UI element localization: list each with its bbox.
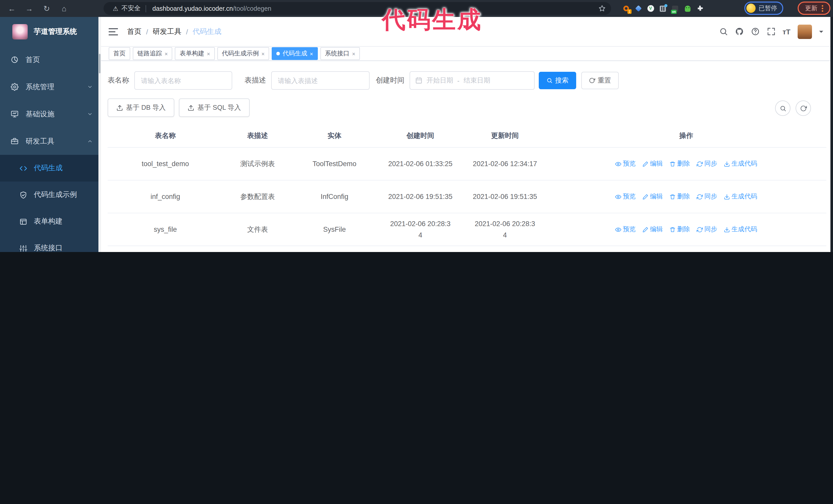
cell-table-desc: 文件表 [223, 213, 292, 246]
app-logo-row[interactable]: 芋道管理系统 [0, 17, 101, 46]
sidebar-item-dev-tools[interactable]: 研发工具 [0, 128, 101, 155]
extension-alien-icon[interactable] [684, 5, 691, 12]
sidebar-item-system-api[interactable]: 系统接口 [0, 235, 101, 252]
home-icon[interactable]: ⌂ [58, 3, 70, 14]
tag-form-builder[interactable]: 表单构建× [175, 47, 215, 60]
cell-table-desc: 测试示例表 [223, 147, 292, 180]
close-icon[interactable]: × [207, 50, 210, 57]
extension-orange-icon[interactable]: 1 [622, 5, 629, 12]
table-row: inf_config参数配置表InfConfig2021-02-06 19:51… [108, 180, 826, 213]
sync-link[interactable]: 同步 [697, 225, 717, 234]
sidebar-item-home[interactable]: 首页 [0, 46, 101, 73]
sidebar-scrollbar[interactable] [98, 17, 101, 252]
edit-link[interactable]: 编辑 [642, 160, 663, 168]
sidebar-item-form-builder[interactable]: 表单构建 [0, 208, 101, 235]
extension-diamond-icon[interactable] [635, 5, 642, 12]
table-toolbar: 基于 DB 导入 基于 SQL 导入 [108, 98, 825, 117]
refresh-table-button[interactable] [795, 100, 811, 116]
hamburger-menu-icon[interactable] [109, 28, 118, 35]
scrollbar-thumb[interactable] [99, 54, 100, 73]
generate-code-link[interactable]: 生成代码 [724, 192, 757, 201]
reset-button[interactable]: 重置 [581, 72, 619, 89]
code-icon [20, 164, 27, 172]
preview-link[interactable]: 预览 [615, 192, 636, 201]
generate-code-link[interactable]: 生成代码 [724, 160, 757, 168]
codegen-table: 表名称 表描述 实体 创建时间 更新时间 操作 tool_test_demo测试… [108, 124, 826, 252]
close-icon[interactable]: × [261, 50, 265, 57]
search-button[interactable]: 搜索 [539, 72, 576, 89]
main-area: 首页 / 研发工具 / 代码生成 тT 首页 链路追踪× 表单构建× 代码生成示… [101, 17, 830, 252]
edit-link[interactable]: 编辑 [642, 192, 663, 201]
tag-codegen-example[interactable]: 代码生成示例× [217, 47, 269, 60]
sync-link[interactable]: 同步 [697, 192, 717, 201]
show-search-toggle-button[interactable] [775, 100, 790, 116]
preview-link[interactable]: 预览 [615, 160, 636, 168]
sidebar-item-system-management[interactable]: 系统管理 [0, 73, 101, 100]
preview-link[interactable]: 预览 [615, 225, 636, 234]
delete-link[interactable]: 删除 [669, 225, 690, 234]
extension-check-icon[interactable]: V [647, 5, 654, 12]
shield-check-icon [20, 191, 27, 199]
close-icon[interactable]: × [310, 50, 313, 57]
tag-codegen-active[interactable]: 代码生成× [272, 47, 318, 60]
breadcrumb-dev-tools[interactable]: 研发工具 [153, 27, 182, 36]
caret-down-icon[interactable] [819, 30, 823, 34]
sidebar-item-label: 研发工具 [26, 137, 54, 146]
refresh-icon [800, 105, 807, 112]
extension-columns-icon[interactable] [659, 5, 666, 12]
date-range-picker[interactable]: 开始日期 - 结束日期 [410, 71, 535, 90]
browser-update-menu-button[interactable]: 更新 [798, 2, 830, 15]
toolbox-icon [11, 137, 19, 145]
breadcrumb-current: 代码生成 [193, 27, 221, 36]
profile-status-label: 已暂停 [759, 4, 777, 13]
github-icon[interactable] [735, 27, 743, 36]
search-icon[interactable] [719, 27, 728, 36]
help-icon[interactable] [751, 27, 759, 36]
generate-code-link[interactable]: 生成代码 [724, 225, 757, 234]
sidebar-item-code-generation-example[interactable]: 代码生成示例 [0, 182, 101, 208]
monitor-icon [11, 110, 19, 118]
pencil-icon [642, 161, 648, 167]
import-sql-button[interactable]: 基于 SQL 导入 [179, 98, 250, 117]
table-desc-label: 表描述 [244, 76, 266, 85]
extensions-puzzle-icon[interactable] [696, 5, 703, 12]
tag-home[interactable]: 首页 [109, 47, 130, 60]
range-separator: - [457, 77, 459, 85]
cell-updated: 2021-02-06 20:28:3 4 [464, 213, 546, 246]
tag-system-api[interactable]: 系统接口× [320, 47, 360, 60]
table-row: inf_job定时任务表InfJob2021-02-07 06:39:3 420… [108, 246, 826, 252]
delete-link[interactable]: 删除 [669, 160, 690, 168]
font-size-icon[interactable]: тT [783, 27, 790, 35]
close-icon[interactable]: × [352, 50, 356, 57]
bookmark-star-icon[interactable] [598, 5, 606, 12]
reload-icon[interactable]: ↻ [41, 3, 52, 14]
table-row: tool_test_demo测试示例表ToolTestDemo2021-02-0… [108, 147, 826, 180]
back-icon[interactable]: ← [6, 3, 18, 14]
address-bar[interactable]: ⚠ 不安全 dashboard.yudao.iocoder.cn /tool/c… [103, 2, 611, 15]
sidebar-item-code-generation[interactable]: 代码生成 [0, 155, 101, 182]
window-scrollbar[interactable] [830, 17, 833, 252]
upload-icon [188, 104, 194, 111]
browser-profile-button[interactable]: 已暂停 [744, 2, 783, 15]
user-avatar[interactable] [798, 24, 812, 39]
refresh-icon [589, 77, 595, 83]
table-desc-input[interactable] [271, 71, 370, 90]
active-dot [277, 52, 280, 55]
delete-link[interactable]: 删除 [669, 192, 690, 201]
forward-icon[interactable]: → [24, 3, 35, 14]
sync-link[interactable]: 同步 [697, 160, 717, 168]
breadcrumb-home[interactable]: 首页 [127, 27, 142, 36]
cell-entity: InfJob [292, 246, 377, 252]
extension-switch-icon[interactable]: on [671, 5, 679, 12]
calendar-icon [415, 77, 422, 84]
table-name-input[interactable] [134, 71, 232, 90]
sidebar-item-infrastructure[interactable]: 基础设施 [0, 100, 101, 128]
col-created: 创建时间 [377, 124, 464, 147]
close-icon[interactable]: × [165, 50, 168, 57]
edit-link[interactable]: 编辑 [642, 225, 663, 234]
kebab-menu-icon [822, 7, 823, 9]
fullscreen-icon[interactable] [767, 27, 775, 36]
import-db-button[interactable]: 基于 DB 导入 [108, 98, 174, 117]
profile-emoji-avatar [746, 4, 756, 13]
tag-trace[interactable]: 链路追踪× [133, 47, 172, 60]
